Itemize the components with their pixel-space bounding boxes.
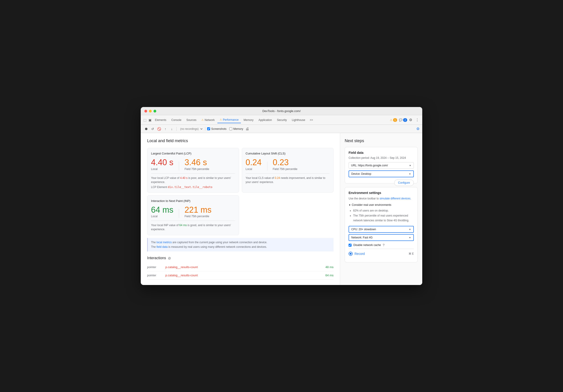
tab-memory[interactable]: Memory xyxy=(241,117,256,123)
network-select[interactable]: Network: Fast 4G ▼ xyxy=(349,234,414,241)
environment-description: Use the device toolbar to simulate diffe… xyxy=(349,196,414,201)
inp-divider xyxy=(179,209,179,218)
device-icon[interactable]: ▣ xyxy=(148,118,152,122)
help-icon[interactable]: ? xyxy=(383,243,384,247)
device-select-arrow: ▼ xyxy=(409,173,411,175)
memory-flame-icon[interactable]: 🖨 xyxy=(245,127,249,131)
record-action-button[interactable]: Record xyxy=(349,252,365,256)
inp-card: Interaction to Next Paint (INP) 64 ms Lo… xyxy=(147,195,239,235)
cpu-select[interactable]: CPU: 20× slowdown ▼ xyxy=(349,226,414,233)
screenshots-checkbox[interactable] xyxy=(207,127,210,130)
disable-cache-label: Disable network cache xyxy=(353,243,381,247)
interaction-row-1: pointer p.catalog__results-count 48 ms xyxy=(147,263,333,271)
interaction-time-2: 64 ms xyxy=(326,274,333,277)
inp-description: Your local INP value of 64 ms is good, a… xyxy=(151,221,235,231)
simulate-devices-link[interactable]: simulate different devices xyxy=(380,197,410,200)
cls-card: Cumulative Layout Shift (CLS) 0.24 Local… xyxy=(242,148,334,193)
inspect-icon[interactable]: ⬚ xyxy=(142,118,147,122)
memory-checkbox-label[interactable]: Memory xyxy=(229,127,243,131)
recording-select[interactable]: (no recordings) xyxy=(179,127,203,131)
next-steps-title: Next steps xyxy=(345,139,418,143)
local-field-metrics-title: Local and field metrics xyxy=(147,139,333,143)
consider-real-users-header[interactable]: ▼ Consider real user environments xyxy=(349,203,414,207)
tab-security[interactable]: Security xyxy=(275,117,289,123)
refresh-button[interactable]: ↺ xyxy=(150,126,155,132)
window-title: DevTools - fonts.google.com/ xyxy=(262,109,301,113)
warning-badge: 1 xyxy=(393,118,397,122)
settings-icon[interactable]: ⚙ xyxy=(408,117,414,123)
left-panel: Local and field metrics Largest Contentf… xyxy=(141,133,340,285)
devtools-window: DevTools - fonts.google.com/ ⬚ ▣ Element… xyxy=(141,107,422,285)
toolbar-settings-icon[interactable]: ⚙ xyxy=(416,127,420,131)
cls-local-block: 0.24 Local xyxy=(246,158,262,171)
performance-toolbar: ⏺ ↺ 🚫 ↑ ↓ (no recordings) Screenshots Me… xyxy=(141,125,422,133)
device-select[interactable]: Device: Desktop ▼ xyxy=(349,170,414,177)
upload-button[interactable]: ↑ xyxy=(163,126,168,132)
inp-row: Interaction to Next Paint (INP) 64 ms Lo… xyxy=(147,195,239,235)
cpu-select-arrow: ▼ xyxy=(409,228,411,231)
lcp-field-label: Field 75th percentile xyxy=(185,168,209,171)
url-select[interactable]: URL: https://fonts.google.com/ ▼ xyxy=(349,162,414,169)
interaction-row-2: pointer p.catalog__results-count 64 ms xyxy=(147,271,333,279)
memory-checkbox[interactable] xyxy=(229,127,232,130)
tab-application[interactable]: Application xyxy=(256,117,274,123)
right-panel: Next steps Field data Collection period:… xyxy=(340,133,422,285)
close-button[interactable] xyxy=(144,110,147,113)
interaction-type-1: pointer xyxy=(147,265,165,269)
cls-values: 0.24 Local 0.23 Field 75th percentile xyxy=(246,158,330,171)
environment-title: Environment settings xyxy=(349,191,414,195)
cls-divider xyxy=(267,162,267,171)
field-data-link[interactable]: field data xyxy=(156,245,168,248)
cls-local-label: Local xyxy=(246,168,262,171)
record-circle-inner xyxy=(350,253,352,255)
interaction-element-2[interactable]: p.catalog__results-count xyxy=(165,274,326,277)
toolbar-separator-2 xyxy=(205,127,205,131)
configure-button[interactable]: Configure xyxy=(394,180,414,186)
network-select-row: Network: Fast 4G ▼ xyxy=(349,234,414,241)
clear-button[interactable]: 🚫 xyxy=(156,126,162,132)
lcp-title: Largest Contentful Paint (LCP) xyxy=(151,152,235,155)
lcp-element-value: div.tile__text.tile__roboto xyxy=(168,185,212,189)
interaction-type-2: pointer xyxy=(147,274,165,277)
interaction-element-1[interactable]: p.catalog__results-count xyxy=(165,265,326,269)
screenshots-checkbox-label[interactable]: Screenshots xyxy=(207,127,227,131)
download-button[interactable]: ↓ xyxy=(169,126,175,132)
bullet-2: The 75th percentile of real users experi… xyxy=(353,213,414,223)
tab-sources[interactable]: Sources xyxy=(184,117,199,123)
collection-period: Collection period: Aug 19, 2024 – Sep 15… xyxy=(349,156,414,159)
interactions-section: Interactions ⊘ pointer p.catalog__result… xyxy=(147,256,333,279)
tab-performance[interactable]: ⚠ Performance xyxy=(218,117,241,123)
record-button[interactable]: ⏺ xyxy=(143,126,149,132)
cls-field-block: 0.23 Field 75th percentile xyxy=(273,158,297,171)
inp-field-value: 221 ms xyxy=(185,205,211,214)
network-warning-icon: ⚠ xyxy=(201,118,204,121)
disable-cache-checkbox[interactable] xyxy=(349,244,352,247)
field-data-title: Field data xyxy=(349,151,414,155)
cpu-select-row: CPU: 20× slowdown ▼ xyxy=(349,226,414,233)
cls-highlight: 0.24 xyxy=(275,176,280,180)
tab-network[interactable]: ⚠ Network xyxy=(199,117,217,123)
lcp-local-block: 4.40 s Local xyxy=(151,158,173,171)
tab-elements[interactable]: Elements xyxy=(153,117,168,123)
network-select-arrow: ▼ xyxy=(409,236,411,239)
lcp-values: 4.40 s Local 3.46 s Field 75th percentil… xyxy=(151,158,235,171)
toolbar-separator-1 xyxy=(176,127,177,131)
more-tabs-button[interactable]: >> xyxy=(308,118,315,122)
inp-local-label: Local xyxy=(151,215,173,218)
tab-console[interactable]: Console xyxy=(169,117,184,123)
cls-field-value: 0.23 xyxy=(273,158,297,167)
minimize-button[interactable] xyxy=(149,110,152,113)
inp-highlight: 64 ms xyxy=(179,224,187,227)
collapsible-arrow-icon: ▼ xyxy=(349,204,351,206)
inp-field-block: 221 ms Field 75th percentile xyxy=(185,205,211,218)
bullet-1: 82% of users are on desktop. xyxy=(353,208,414,213)
local-metrics-link[interactable]: local metrics xyxy=(156,241,172,244)
record-circle-icon xyxy=(349,252,353,256)
maximize-button[interactable] xyxy=(154,110,156,113)
info-badge: 2 xyxy=(403,118,407,122)
cls-local-value: 0.24 xyxy=(246,158,262,167)
tab-lighthouse[interactable]: Lighthouse xyxy=(290,117,307,123)
more-options-icon[interactable]: ⋮ xyxy=(414,117,421,123)
url-select-arrow: ▼ xyxy=(409,164,411,167)
inp-values: 64 ms Local 221 ms Field 75th percentile xyxy=(151,205,235,218)
